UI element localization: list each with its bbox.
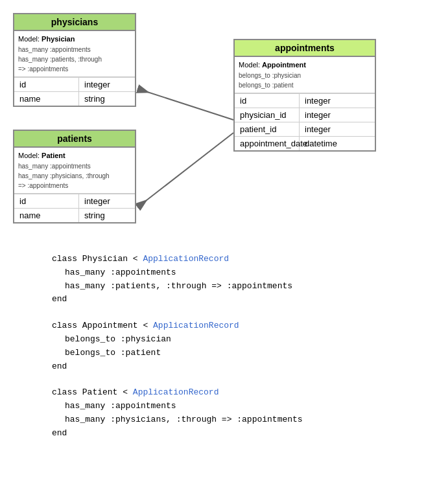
field-type: string <box>79 209 135 222</box>
code-classname: Physician <box>82 254 128 264</box>
code-line: has_many :appointments <box>65 400 400 413</box>
field-type: integer <box>300 94 375 108</box>
table-row: physician_id integer <box>235 108 375 122</box>
field-name: name <box>14 209 79 222</box>
code-line: has_many :patients, :through => :appoint… <box>65 280 400 293</box>
field-name: name <box>14 92 79 106</box>
code-keyword: class <box>52 254 82 264</box>
table-row: name string <box>14 91 135 106</box>
code-line: belongs_to :patient <box>65 347 400 360</box>
patients-entity: patients Model: Patient has_many :appoin… <box>13 130 136 223</box>
physicians-entity: physicians Model: Physician has_many :ap… <box>13 13 136 107</box>
appointment-code-block: class Appointment < ApplicationRecord be… <box>52 319 400 373</box>
physicians-info: Model: Physician has_many :appointments … <box>14 31 135 77</box>
patients-info: Model: Patient has_many :appointments ha… <box>14 148 135 194</box>
patients-header: patients <box>14 131 135 148</box>
diagram-area: physicians Model: Physician has_many :ap… <box>0 0 426 246</box>
code-keyword: class <box>52 321 82 330</box>
code-keyword: class <box>52 387 82 397</box>
code-line: end <box>52 427 400 441</box>
table-row: name string <box>14 208 135 222</box>
code-section: class Physician < ApplicationRecord has_… <box>0 246 426 466</box>
table-row: patient_id integer <box>235 122 375 136</box>
physicians-header: physicians <box>14 14 135 31</box>
appointments-entity: appointments Model: Appointment belongs_… <box>233 39 376 152</box>
table-row: id integer <box>14 77 135 91</box>
code-line: end <box>52 360 400 374</box>
field-name: appointment_date <box>235 137 300 150</box>
field-name: physician_id <box>235 108 300 122</box>
code-line: end <box>52 293 400 306</box>
field-name: id <box>235 94 300 108</box>
code-apprecord: ApplicationRecord <box>143 254 229 264</box>
code-line: class Patient < ApplicationRecord <box>52 386 400 400</box>
field-type: datetime <box>300 137 375 150</box>
table-row: id integer <box>14 194 135 208</box>
field-type: string <box>79 92 135 106</box>
physician-code-block: class Physician < ApplicationRecord has_… <box>52 253 400 306</box>
appointments-info: Model: Appointment belongs_to :physician… <box>235 57 375 93</box>
code-operator: < <box>117 387 132 397</box>
code-line: class Appointment < ApplicationRecord <box>52 319 400 333</box>
code-line: class Physician < ApplicationRecord <box>52 253 400 266</box>
patient-code-block: class Patient < ApplicationRecord has_ma… <box>52 386 400 440</box>
field-type: integer <box>300 108 375 122</box>
code-apprecord: ApplicationRecord <box>133 387 219 397</box>
code-line: belongs_to :physician <box>65 333 400 347</box>
table-row: id integer <box>235 93 375 108</box>
code-line: has_many :physicians, :through => :appoi… <box>65 413 400 427</box>
code-operator: < <box>138 321 153 330</box>
table-row: appointment_date datetime <box>235 136 375 150</box>
code-apprecord: ApplicationRecord <box>153 321 239 330</box>
field-name: patient_id <box>235 122 300 136</box>
field-name: id <box>14 78 79 91</box>
code-classname: Patient <box>82 387 118 397</box>
field-type: integer <box>79 194 135 208</box>
code-line: has_many :appointments <box>65 266 400 280</box>
code-operator: < <box>128 254 143 264</box>
svg-line-1 <box>137 89 233 120</box>
field-name: id <box>14 194 79 208</box>
field-type: integer <box>300 122 375 136</box>
field-type: integer <box>79 78 135 91</box>
appointments-header: appointments <box>235 40 375 57</box>
svg-line-2 <box>137 133 233 207</box>
code-classname: Appointment <box>82 321 138 330</box>
